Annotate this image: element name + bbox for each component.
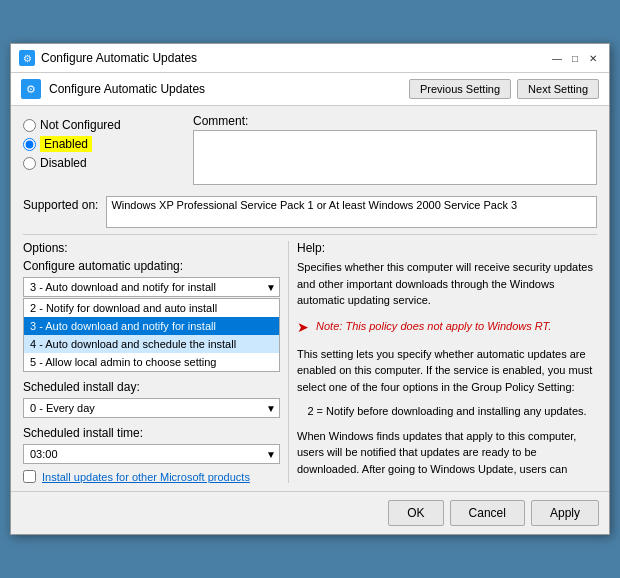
close-button[interactable]: ✕: [585, 50, 601, 66]
supported-row: Supported on: Windows XP Professional Se…: [23, 196, 597, 228]
enabled-radio[interactable]: [23, 138, 36, 151]
divider: [23, 234, 597, 235]
next-setting-button[interactable]: Next Setting: [517, 79, 599, 99]
supported-value: Windows XP Professional Service Pack 1 o…: [106, 196, 597, 228]
schedule-time-select[interactable]: 03:00: [23, 444, 280, 464]
options-panel: Options: Configure automatic updating: 3…: [23, 241, 288, 483]
schedule-time-dropdown[interactable]: 03:00 ▼: [23, 444, 280, 464]
disabled-radio[interactable]: [23, 157, 36, 170]
help-para-1: ➤ Note: This policy does not apply to Wi…: [297, 317, 597, 338]
dropdown-item-2[interactable]: 4 - Auto download and schedule the insta…: [24, 335, 279, 353]
microsoft-products-checkbox[interactable]: [23, 470, 36, 483]
header-bar: ⚙ Configure Automatic Updates Previous S…: [11, 73, 609, 106]
not-configured-radio[interactable]: [23, 119, 36, 132]
content-area: Not Configured Enabled Disabled Comment:: [11, 106, 609, 491]
options-help-row: Options: Configure automatic updating: 3…: [23, 241, 597, 483]
options-label: Options:: [23, 241, 280, 255]
help-note: Note: This policy does not apply to Wind…: [316, 320, 551, 332]
apply-button[interactable]: Apply: [531, 500, 599, 526]
minimize-button[interactable]: —: [549, 50, 565, 66]
schedule-time-label: Scheduled install time:: [23, 426, 280, 440]
schedule-day-dropdown[interactable]: 0 - Every day ▼: [23, 398, 280, 418]
title-bar-controls: — □ ✕: [549, 50, 601, 66]
top-section: Not Configured Enabled Disabled Comment:: [23, 114, 597, 188]
dropdown-item-0[interactable]: 2 - Notify for download and auto install: [24, 299, 279, 317]
comment-label: Comment:: [193, 114, 597, 128]
comment-input[interactable]: [193, 130, 597, 185]
dropdown-item-1[interactable]: 3 - Auto download and notify for install: [24, 317, 279, 335]
arrow-icon: ➤: [297, 317, 309, 338]
header-icon: ⚙: [21, 79, 41, 99]
help-panel: Help: Specifies whether this computer wi…: [288, 241, 597, 483]
previous-setting-button[interactable]: Previous Setting: [409, 79, 511, 99]
window-icon: ⚙: [19, 50, 35, 66]
schedule-day-select[interactable]: 0 - Every day: [23, 398, 280, 418]
update-type-select[interactable]: 3 - Auto download and notify for install…: [23, 277, 280, 297]
comment-section: Comment:: [193, 114, 597, 188]
update-type-dropdown[interactable]: 3 - Auto download and notify for install…: [23, 277, 280, 297]
maximize-button[interactable]: □: [567, 50, 583, 66]
bottom-buttons: OK Cancel Apply: [11, 491, 609, 534]
dropdown-item-3[interactable]: 5 - Allow local admin to choose setting: [24, 353, 279, 371]
ok-button[interactable]: OK: [388, 500, 443, 526]
supported-label: Supported on:: [23, 196, 98, 212]
header-buttons: Previous Setting Next Setting: [409, 79, 599, 99]
title-bar: ⚙ Configure Automatic Updates — □ ✕: [11, 44, 609, 73]
auto-update-label: Configure automatic updating:: [23, 259, 280, 273]
enabled-option[interactable]: Enabled: [23, 136, 183, 152]
config-section: Not Configured Enabled Disabled: [23, 114, 183, 188]
help-para-4: When Windows finds updates that apply to…: [297, 428, 597, 480]
help-para-3: 2 = Notify before downloading and instal…: [297, 403, 597, 420]
not-configured-option[interactable]: Not Configured: [23, 118, 183, 132]
schedule-day-label: Scheduled install day:: [23, 380, 280, 394]
dropdown-list: 2 - Notify for download and auto install…: [23, 298, 280, 372]
help-para-2: This setting lets you specify whether au…: [297, 346, 597, 396]
main-window: ⚙ Configure Automatic Updates — □ ✕ ⚙ Co…: [10, 43, 610, 535]
microsoft-products-row: Install updates for other Microsoft prod…: [23, 470, 280, 483]
help-text: Specifies whether this computer will rec…: [297, 259, 597, 479]
help-scroll-area[interactable]: Specifies whether this computer will rec…: [297, 259, 597, 479]
header-title: Configure Automatic Updates: [49, 82, 401, 96]
microsoft-products-label[interactable]: Install updates for other Microsoft prod…: [42, 471, 250, 483]
window-title: Configure Automatic Updates: [41, 51, 543, 65]
cancel-button[interactable]: Cancel: [450, 500, 525, 526]
radio-group: Not Configured Enabled Disabled: [23, 118, 183, 170]
disabled-option[interactable]: Disabled: [23, 156, 183, 170]
help-para-0: Specifies whether this computer will rec…: [297, 259, 597, 309]
help-label: Help:: [297, 241, 597, 255]
